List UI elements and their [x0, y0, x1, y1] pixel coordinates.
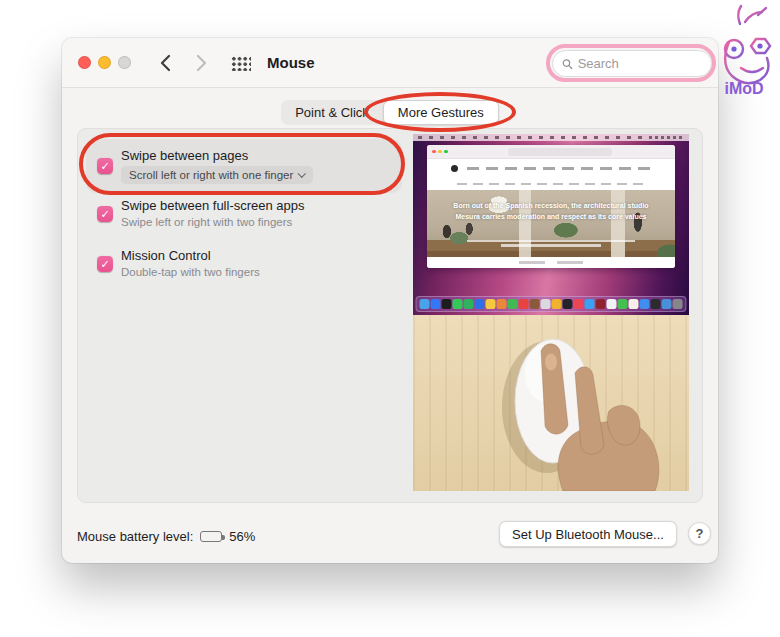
- magic-mouse-with-hand: [413, 315, 689, 491]
- checkbox-mission-control[interactable]: ✓: [97, 256, 113, 272]
- dock-app-icon: [585, 299, 595, 309]
- demo-site-menu: [467, 167, 651, 170]
- dock-app-icon: [662, 299, 672, 309]
- demo-safari-toolbar: [427, 145, 675, 159]
- battery-label: Mouse battery level:: [77, 529, 193, 544]
- close-button[interactable]: [78, 56, 91, 69]
- smile-icon: [741, 68, 763, 72]
- dock-app-icon: [453, 299, 463, 309]
- title-bar: Mouse: [62, 38, 718, 88]
- gesture-text: Mission Control Double-tap with two fing…: [121, 248, 260, 279]
- checkbox-swipe-between-pages[interactable]: ✓: [97, 158, 113, 174]
- minimize-button[interactable]: [98, 56, 111, 69]
- dock-app-icon: [651, 299, 661, 309]
- checkbox-swipe-fullscreen-apps[interactable]: ✓: [97, 206, 113, 222]
- demo-site-subnav: [427, 178, 675, 190]
- dock-app-icon: [563, 299, 573, 309]
- gesture-row-swipe-between-pages[interactable]: ✓ Swipe between pages Scroll left or rig…: [86, 139, 402, 193]
- demo-site-submenu: [457, 183, 645, 186]
- dock-app-icon: [497, 299, 507, 309]
- demo-status-icons: [649, 136, 685, 139]
- demo-menu-bar: [413, 134, 689, 141]
- left-pupil: [731, 46, 736, 51]
- demo-site-footer: [427, 257, 675, 268]
- show-all-grid-icon[interactable]: [230, 55, 251, 71]
- dock-app-icon: [607, 299, 617, 309]
- forward-button[interactable]: [190, 51, 212, 75]
- gesture-demo-video: Born out of the Spanish recession, the a…: [413, 134, 689, 491]
- gesture-option-value: Scroll left or right with one finger: [129, 169, 293, 181]
- tab-segmented-control: Point & Click More Gestures: [281, 100, 499, 125]
- gesture-label: Swipe between full-screen apps: [121, 198, 305, 213]
- gesture-text: Swipe between pages Scroll left or right…: [121, 148, 313, 184]
- dock-app-icon: [618, 299, 628, 309]
- gesture-row-mission-control[interactable]: ✓ Mission Control Double-tap with two fi…: [97, 248, 260, 279]
- gestures-panel: ✓ Swipe between pages Scroll left or rig…: [77, 128, 703, 503]
- imod-watermark-logo: iMoD: [710, 2, 778, 98]
- demo-zoom-icon: [444, 150, 448, 154]
- battery-status: Mouse battery level: 56%: [77, 526, 255, 546]
- dock-app-icon: [596, 299, 606, 309]
- demo-menu-items: [418, 136, 645, 139]
- battery-value: 56%: [229, 529, 255, 544]
- preview-dock: [416, 296, 687, 312]
- search-field[interactable]: [552, 50, 712, 77]
- demo-minimize-icon: [438, 150, 442, 154]
- back-button[interactable]: [154, 51, 176, 75]
- dock-app-icon: [431, 299, 441, 309]
- dock-app-icon: [530, 299, 540, 309]
- demo-mouse-video: [413, 315, 689, 491]
- demo-site-logo: [451, 165, 458, 172]
- battery-icon: [200, 531, 222, 542]
- demo-hero-caption-line: [467, 240, 636, 243]
- window-title: Mouse: [267, 38, 315, 88]
- demo-hero-caption-line: [501, 244, 600, 247]
- demo-desktop-frame: Born out of the Spanish recession, the a…: [413, 134, 689, 315]
- help-button[interactable]: ?: [688, 522, 711, 545]
- demo-hero-heading: Born out of the Spanish recession, the a…: [442, 201, 660, 221]
- battery-nub: [222, 535, 225, 540]
- gesture-option-dropdown[interactable]: Scroll left or right with one finger: [121, 166, 313, 184]
- gesture-detail: Double-tap with two fingers: [121, 265, 260, 279]
- antenna-icon: [738, 6, 741, 24]
- demo-address-bar: [508, 148, 612, 156]
- gesture-text: Swipe between full-screen apps Swipe lef…: [121, 198, 305, 229]
- setup-bluetooth-mouse-button[interactable]: Set Up Bluetooth Mouse...: [499, 521, 677, 547]
- dock-app-icon: [508, 299, 518, 309]
- right-pupil: [757, 43, 762, 48]
- gesture-label: Swipe between pages: [121, 148, 313, 163]
- mouse-preferences-window: Mouse Point & Click More Gestures ✓ Swip…: [62, 38, 718, 563]
- imod-text: iMoD: [724, 80, 763, 97]
- dock-app-icon: [475, 299, 485, 309]
- demo-site-nav: [427, 159, 675, 178]
- traffic-lights: [78, 56, 131, 69]
- dock-app-icon: [519, 299, 529, 309]
- dock-app-icon: [629, 299, 639, 309]
- dock-app-icon: [673, 299, 683, 309]
- dock-app-icon: [541, 299, 551, 309]
- chevron-down-icon: [298, 170, 306, 178]
- gesture-detail: Swipe left or right with two fingers: [121, 215, 305, 229]
- gesture-label: Mission Control: [121, 248, 260, 263]
- demo-footer-link: [519, 261, 545, 264]
- dock-app-icon: [574, 299, 584, 309]
- back-icon: [160, 54, 171, 72]
- dock-app-icon: [552, 299, 562, 309]
- tab-more-gestures[interactable]: More Gestures: [383, 100, 499, 125]
- tab-point-and-click[interactable]: Point & Click: [281, 100, 383, 125]
- demo-safari-window: Born out of the Spanish recession, the a…: [427, 145, 675, 268]
- gesture-row-swipe-fullscreen-apps[interactable]: ✓ Swipe between full-screen apps Swipe l…: [97, 198, 305, 229]
- search-icon: [562, 58, 573, 70]
- dock-app-icon: [486, 299, 496, 309]
- demo-hero-photo: Born out of the Spanish recession, the a…: [427, 190, 675, 257]
- demo-close-icon: [432, 150, 436, 154]
- dock-app-icon: [640, 299, 650, 309]
- tab-bar: Point & Click More Gestures: [62, 100, 718, 125]
- dock-app-icon: [464, 299, 474, 309]
- dock-app-icon: [442, 299, 452, 309]
- demo-footer-link: [557, 261, 583, 264]
- zoom-button: [118, 56, 131, 69]
- dock-app-icon: [420, 299, 430, 309]
- search-input[interactable]: [578, 56, 702, 71]
- forward-icon: [196, 54, 207, 72]
